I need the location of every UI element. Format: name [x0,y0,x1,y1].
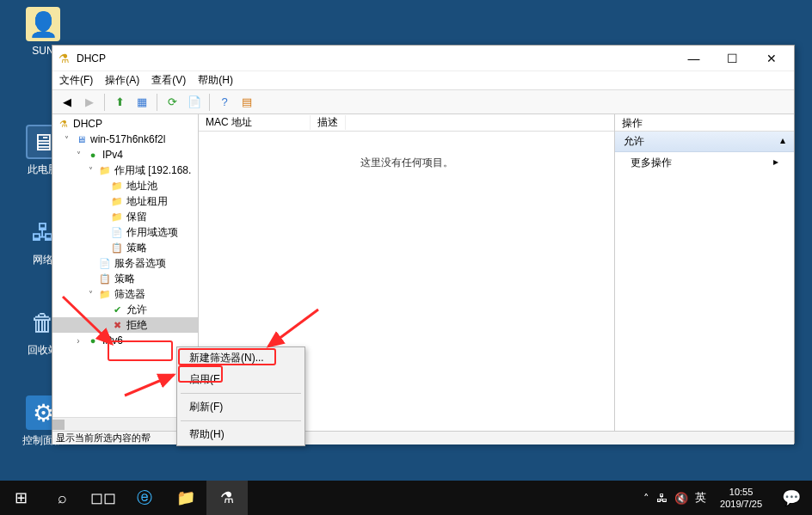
allow-icon: ✔ [110,303,124,316]
ctx-new-filter[interactable]: 新建筛选器(N)... [177,347,304,369]
statusbar: 显示当前所选内容的帮 [52,431,794,444]
collapse-arrow-icon: ▴ [780,134,785,149]
expand-icon[interactable]: › [73,336,83,346]
taskbar: ⊞ ⌕ ◻◻ ⓔ 📁 ⚗ ˄ 🖧 🔇 英 10:55 2019/7/25 💬 [0,481,812,515]
menubar: 文件(F) 操作(A) 查看(V) 帮助(H) [52,71,794,90]
menu-help[interactable]: 帮助(H) [198,73,233,88]
collapse-icon[interactable]: ˅ [61,135,71,144]
options-icon: 📄 [98,256,112,270]
collapse-icon[interactable]: ˅ [73,150,83,160]
export-button[interactable]: 📄 [185,93,204,112]
back-button[interactable]: ◀ [58,93,77,112]
collapse-icon[interactable]: ˅ [85,166,95,175]
tray-volume-icon[interactable]: 🔇 [674,492,688,505]
titlebar[interactable]: ⚗ DHCP — ☐ ✕ [52,46,794,71]
folder-icon: 📁 [110,210,124,224]
clock-time: 10:55 [720,486,762,498]
search-button[interactable]: ⌕ [41,481,83,515]
filter-button[interactable]: ▤ [237,93,256,112]
help-button[interactable]: ? [215,93,234,112]
explorer-button[interactable]: 📁 [165,481,206,515]
list-header: MAC 地址 描述 [199,114,614,132]
ipv6-icon: ● [86,334,100,347]
column-desc[interactable]: 描述 [311,115,346,130]
tree-address-leases[interactable]: 📁 地址租用 [52,193,198,209]
show-hide-tree-button[interactable]: ▦ [132,93,151,112]
tree-server[interactable]: ˅ 🖥 win-517h6nk6f2l [52,132,198,147]
column-mac[interactable]: MAC 地址 [199,115,311,130]
tree-reservations[interactable]: 📁 保留 [52,209,198,224]
menu-view[interactable]: 查看(V) [151,73,186,88]
menu-file[interactable]: 文件(F) [59,73,93,88]
dhcp-window: ⚗ DHCP — ☐ ✕ 文件(F) 操作(A) 查看(V) 帮助(H) ◀ ▶… [52,45,795,444]
tree-filter-allow[interactable]: ✔ 允许 [52,302,198,317]
toolbar-separator [209,94,210,111]
ctx-help[interactable]: 帮助(H) [177,424,304,445]
tree-address-pool[interactable]: 📁 地址池 [52,178,198,193]
dhcp-app-icon: ⚗ [56,51,71,66]
deny-icon: ✖ [110,318,124,332]
scope-icon: 📁 [98,163,112,177]
tree-policies[interactable]: 📋 策略 [52,240,198,255]
clock-date: 2019/7/25 [720,498,762,510]
ctx-enable[interactable]: 启用(E [177,369,304,390]
menu-separator [181,420,301,421]
dhcp-icon: ⚗ [57,117,71,131]
options-icon: 📄 [110,225,124,239]
ctx-refresh[interactable]: 刷新(F) [177,396,304,418]
close-button[interactable]: ✕ [752,46,790,71]
action-center-button[interactable]: 💬 [771,481,812,515]
filters-icon: 📁 [98,287,112,301]
tree-ipv4[interactable]: ˅ ● IPv4 [52,147,198,162]
taskbar-clock[interactable]: 10:55 2019/7/25 [711,486,771,511]
tray-network-icon[interactable]: 🖧 [656,492,667,505]
folder-icon: 📁 [110,194,124,208]
toolbar-separator [157,94,157,111]
toolbar: ◀ ▶ ⬆ ▦ ⟳ 📄 ? ▤ [52,90,794,114]
tree-scope[interactable]: ˅ 📁 作用域 [192.168. [52,162,198,178]
policy-icon: 📋 [110,241,124,254]
minimize-button[interactable]: — [674,46,713,71]
dhcp-taskbar-button[interactable]: ⚗ [206,481,248,515]
start-button[interactable]: ⊞ [0,481,41,515]
up-button[interactable]: ⬆ [110,93,129,112]
tree-policies-server[interactable]: 📋 策略 [52,271,198,286]
folder-icon: 📁 [110,179,124,193]
task-view-button[interactable]: ◻◻ [83,481,124,515]
menu-separator [181,393,301,394]
context-menu: 新建筛选器(N)... 启用(E 刷新(F) 帮助(H) [176,346,305,446]
window-title: DHCP [77,52,674,64]
tree-root-dhcp[interactable]: ⚗ DHCP [52,116,198,132]
actions-pane: 操作 允许 ▴ 更多操作 ▸ [615,114,794,431]
system-tray[interactable]: ˄ 🖧 🔇 英 [638,490,711,506]
actions-header: 操作 [615,114,794,132]
content-panes: ⚗ DHCP ˅ 🖥 win-517h6nk6f2l ˅ ● IPv4 ˅ 📁 … [52,114,794,431]
statusbar-text: 显示当前所选内容的帮 [56,432,151,444]
submenu-arrow-icon: ▸ [773,156,778,170]
ie-button[interactable]: ⓔ [124,481,165,515]
tray-chevron-icon[interactable]: ˄ [643,492,649,505]
menu-action[interactable]: 操作(A) [105,73,139,88]
actions-group-allow[interactable]: 允许 ▴ [615,132,794,152]
tree-filter-deny[interactable]: ✖ 拒绝 [52,317,198,333]
ime-indicator[interactable]: 英 [695,490,706,506]
toolbar-separator [104,94,105,111]
policy-icon: 📋 [98,272,112,285]
scrollbar-thumb[interactable] [52,420,65,430]
tree-filters[interactable]: ˅ 📁 筛选器 [52,286,198,302]
maximize-button[interactable]: ☐ [713,46,752,71]
tree-scope-options[interactable]: 📄 作用域选项 [52,224,198,240]
refresh-button[interactable]: ⟳ [163,93,181,112]
tree-server-options[interactable]: 📄 服务器选项 [52,255,198,271]
list-empty-text: 这里没有任何项目。 [360,156,453,170]
ipv4-icon: ● [86,148,100,162]
collapse-icon[interactable]: ˅ [85,290,95,299]
actions-more[interactable]: 更多操作 ▸ [615,152,794,174]
server-icon: 🖥 [74,132,88,146]
user-folder-icon: 👤 [26,7,60,41]
forward-button[interactable]: ▶ [80,93,99,112]
